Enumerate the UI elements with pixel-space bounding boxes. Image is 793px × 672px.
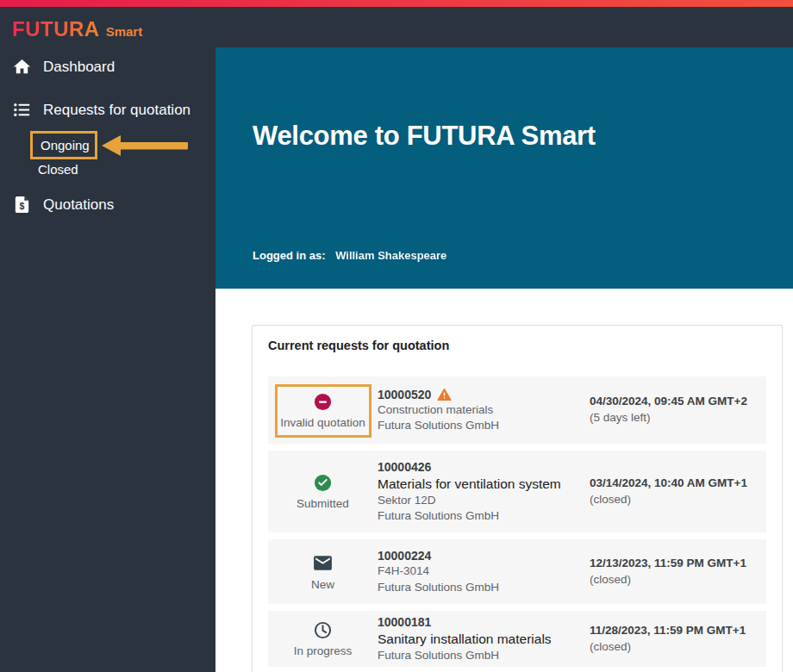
request-deadline: 03/14/2024, 10:40 AM GMT+1 bbox=[590, 476, 766, 492]
page-title: Welcome to FUTURA Smart bbox=[253, 121, 596, 152]
list-icon bbox=[12, 100, 32, 120]
clock-icon bbox=[313, 620, 333, 640]
brand-name: FUTURA bbox=[12, 17, 100, 41]
request-sector: Sektor 12D bbox=[378, 493, 581, 508]
welcome-banner: Welcome to FUTURA Smart Logged in as: Wi… bbox=[215, 47, 793, 289]
sidebar-item-dashboard[interactable]: Dashboard bbox=[0, 57, 215, 77]
deadline-cell: 03/14/2024, 10:40 AM GMT+1 (closed) bbox=[590, 476, 766, 508]
sidebar-item-label: Dashboard bbox=[43, 59, 115, 76]
request-company: Futura Solutions GmbH bbox=[378, 508, 581, 524]
sidebar-item-requests-for-quotation[interactable]: Requests for quotation bbox=[0, 100, 215, 120]
request-company: Futura Solutions GmbH bbox=[378, 580, 581, 595]
request-info: 10000520 Construction materials Futura S… bbox=[378, 387, 590, 434]
status-label: New bbox=[311, 578, 334, 591]
status-cell: In progress bbox=[268, 611, 378, 667]
sidebar: FUTURA Smart Dashboard Requests for quot… bbox=[0, 7, 215, 672]
request-row[interactable]: Submitted 10000426 Materials for ventila… bbox=[268, 451, 766, 532]
status-label: In progress bbox=[294, 644, 353, 657]
request-list: Invalid quotation 10000520 bbox=[268, 376, 766, 667]
request-row[interactable]: Invalid quotation 10000520 bbox=[268, 376, 766, 444]
minus-circle-icon bbox=[313, 392, 333, 412]
deadline-cell: 11/28/2023, 11:59 PM GMT+1 (closed) bbox=[590, 623, 766, 656]
annotation-arrow bbox=[102, 135, 188, 156]
deadline-cell: 12/13/2023, 11:59 PM GMT+1 (closed) bbox=[590, 556, 766, 588]
request-number: 10000426 bbox=[378, 459, 431, 475]
request-deadline: 12/13/2023, 11:59 PM GMT+1 bbox=[590, 556, 766, 572]
request-info: 10000181 Sanitary installation materials… bbox=[378, 614, 590, 663]
request-row[interactable]: In progress 10000181 Sanitary installati… bbox=[268, 611, 766, 667]
home-icon bbox=[12, 57, 32, 77]
warning-icon bbox=[437, 388, 452, 401]
brand-suffix: Smart bbox=[106, 24, 143, 39]
logged-in-status: Logged in as: William Shakespeare bbox=[253, 249, 446, 262]
sidebar-item-label: Quotations bbox=[43, 196, 114, 214]
request-company: Futura Solutions GmbH bbox=[378, 648, 581, 663]
logged-in-label: Logged in as: bbox=[253, 249, 326, 262]
sidebar-item-ongoing[interactable]: Ongoing bbox=[33, 138, 90, 152]
sidebar-item-closed[interactable]: Closed bbox=[38, 162, 78, 177]
request-info: 10000224 F4H-3014 Futura Solutions GmbH bbox=[378, 548, 590, 595]
request-info: 10000426 Materials for ventilation syste… bbox=[378, 459, 590, 524]
envelope-icon bbox=[312, 552, 334, 574]
request-row[interactable]: New 10000224 F4H-3014 Futura Solutions G… bbox=[268, 539, 766, 604]
sidebar-item-quotations[interactable]: $ Quotations bbox=[0, 195, 215, 215]
request-company: Futura Solutions GmbH bbox=[378, 418, 581, 433]
quotation-document-icon: $ bbox=[12, 195, 32, 215]
status-cell: New bbox=[268, 539, 378, 604]
status-cell: Invalid quotation bbox=[268, 376, 378, 444]
current-requests-card: Current requests for quotation Invalid q… bbox=[252, 325, 783, 672]
deadline-note: (closed) bbox=[590, 572, 766, 588]
request-material: Construction materials bbox=[378, 402, 581, 418]
annotation-highlight-box-ongoing: Ongoing bbox=[30, 131, 97, 159]
brand-logo[interactable]: FUTURA Smart bbox=[12, 17, 142, 41]
svg-text:$: $ bbox=[20, 201, 25, 211]
deadline-cell: 04/30/2024, 09:45 AM GMT+2 (5 days left) bbox=[590, 394, 766, 426]
app-window: FUTURA Smart Dashboard Requests for quot… bbox=[0, 0, 793, 672]
request-title: Sanitary installation materials bbox=[378, 631, 581, 647]
status-label: Submitted bbox=[297, 497, 349, 510]
deadline-note: (5 days left) bbox=[590, 410, 766, 426]
request-number: 10000224 bbox=[378, 548, 431, 563]
request-deadline: 11/28/2023, 11:59 PM GMT+1 bbox=[590, 623, 766, 639]
status-label: Invalid quotation bbox=[280, 416, 365, 429]
request-deadline: 04/30/2024, 09:45 AM GMT+2 bbox=[590, 394, 766, 410]
request-number: 10000181 bbox=[378, 614, 431, 630]
request-reference: F4H-3014 bbox=[378, 563, 581, 579]
request-number: 10000520 bbox=[378, 387, 431, 402]
deadline-note: (closed) bbox=[590, 639, 766, 656]
top-accent-bar bbox=[0, 0, 793, 7]
sidebar-item-label: Requests for quotation bbox=[43, 102, 190, 119]
user-name: William Shakespeare bbox=[335, 249, 446, 262]
check-circle-icon bbox=[313, 473, 333, 493]
deadline-note: (closed) bbox=[590, 492, 766, 508]
status-cell: Submitted bbox=[268, 451, 378, 532]
card-title: Current requests for quotation bbox=[268, 339, 766, 352]
request-title: Materials for ventilation system bbox=[378, 476, 581, 492]
